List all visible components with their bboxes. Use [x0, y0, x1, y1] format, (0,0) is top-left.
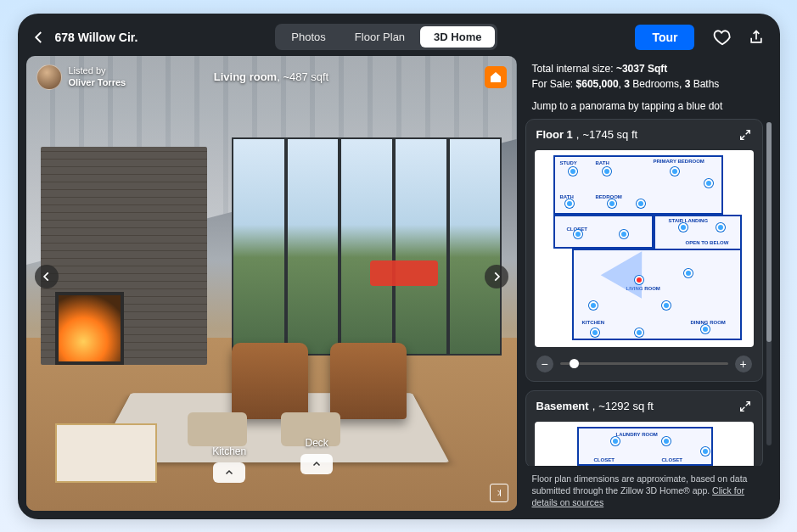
pano-dot[interactable] — [671, 167, 679, 176]
pano-dot[interactable] — [701, 447, 710, 456]
back-button[interactable] — [31, 30, 47, 45]
listed-by-label: Listed by — [69, 65, 126, 76]
scrollbar-track[interactable] — [766, 122, 772, 445]
pano-dot[interactable] — [589, 301, 598, 310]
pano-dot[interactable] — [662, 437, 671, 445]
room-label: KITCHEN — [582, 320, 605, 326]
scrollbar-thumb[interactable] — [766, 122, 772, 342]
room-label: BATH — [596, 160, 609, 166]
zoom-in-button[interactable]: + — [735, 356, 752, 372]
tab-floor-plan[interactable]: Floor Plan — [341, 26, 418, 48]
pano-dot[interactable] — [620, 230, 628, 238]
room-name: Living room — [214, 70, 277, 83]
collapse-panel-icon[interactable] — [490, 484, 508, 502]
current-room-label: Living room, ~487 sqft — [214, 70, 328, 83]
pano-dot[interactable] — [637, 199, 645, 208]
pano-dot[interactable] — [569, 167, 577, 176]
pano-dot[interactable] — [679, 223, 688, 232]
view-tabs: Photos Floor Plan 3D Home — [275, 24, 497, 50]
pano-dot[interactable] — [704, 179, 713, 188]
room-label: CLOSET — [594, 457, 615, 463]
tab-photos[interactable]: Photos — [278, 26, 339, 48]
room-label: DINING ROOM — [691, 320, 726, 326]
agent-avatar — [36, 64, 62, 90]
floor-list-scroll[interactable]: Floor 1, ~1745 sq ft STUDY BATH PRI — [524, 119, 772, 466]
floorplan-image[interactable]: LAUNDRY ROOM CLOSET CLOSET — [535, 422, 754, 466]
room-label: LAUNDRY ROOM — [616, 432, 658, 438]
room-label: BATH — [560, 194, 574, 200]
room-label: STUDY — [560, 160, 577, 166]
pano-dot[interactable] — [635, 328, 643, 337]
floor-area: ~1745 sq ft — [582, 128, 637, 141]
room-label: BEDROOM — [596, 194, 622, 200]
pano-dot[interactable] — [591, 328, 599, 337]
address-title: 678 Willow Cir. — [55, 31, 138, 44]
main-content: Listed by Oliver Torres Living room, ~48… — [26, 56, 772, 511]
total-size-label: Total internal size: — [532, 63, 616, 75]
floorplan-image[interactable]: STUDY BATH PRIMARY BEDROOM BATH BEDROOM … — [535, 150, 754, 347]
agent-name: Oliver Torres — [69, 77, 126, 88]
tour-button[interactable]: Tour — [635, 25, 694, 50]
hotspot-label: Deck — [306, 437, 328, 449]
floor-card: Floor 1, ~1745 sq ft STUDY BATH PRI — [525, 119, 763, 382]
property-summary: Total internal size: ~3037 Sqft For Sale… — [524, 56, 772, 100]
floor-area: ~1292 sq ft — [598, 400, 654, 412]
room-label: PRIMARY BEDROOM — [654, 159, 704, 165]
pano-dot[interactable] — [716, 223, 725, 232]
expand-icon[interactable] — [738, 400, 752, 413]
hotspot-label: Kitchen — [212, 445, 246, 457]
listing-agent[interactable]: Listed by Oliver Torres — [36, 64, 126, 90]
pano-dot[interactable] — [574, 230, 582, 238]
bed-label: Bedrooms, — [630, 78, 685, 90]
pano-next-button[interactable] — [485, 265, 508, 288]
price-value: $605,000 — [576, 78, 619, 90]
zoom-control: − + — [526, 356, 762, 381]
pano-dot[interactable] — [603, 167, 611, 176]
top-bar: 678 Willow Cir. Photos Floor Plan 3D Hom… — [26, 22, 772, 56]
total-size-value: ~3037 Sqft — [616, 63, 667, 75]
room-label: OPEN TO BELOW — [686, 240, 729, 246]
pano-dot[interactable] — [662, 301, 671, 310]
floor-card: Basement, ~1292 sq ft LAUNDRY ROOM CLOSE… — [525, 390, 763, 466]
hotspot-deck[interactable]: Deck — [300, 437, 333, 474]
chevron-up-icon — [213, 462, 245, 483]
pano-dot[interactable] — [701, 325, 710, 333]
favorite-heart-icon[interactable] — [713, 28, 732, 47]
zoom-thumb[interactable] — [570, 359, 579, 368]
disclaimer: Floor plan dimensions are approximate, b… — [524, 466, 772, 511]
pano-dot[interactable] — [684, 269, 693, 277]
fireplace-decor — [55, 292, 124, 365]
zillow-badge-icon[interactable] — [485, 66, 507, 88]
room-label: STAIR LANDING — [669, 218, 709, 224]
app-window: 678 Willow Cir. Photos Floor Plan 3D Hom… — [18, 14, 780, 519]
tab-3d-home[interactable]: 3D Home — [420, 26, 495, 48]
pano-prev-button[interactable] — [35, 265, 59, 288]
floor-name: Basement — [536, 400, 589, 412]
share-icon[interactable] — [747, 28, 766, 47]
zoom-slider[interactable] — [560, 362, 728, 365]
bath-label: Baths — [690, 78, 719, 90]
for-sale-label: For Sale: — [532, 78, 576, 90]
room-label: CLOSET — [662, 457, 682, 463]
jump-hint-text: Jump to a panorama by tapping a blue dot — [524, 100, 772, 119]
floorplan-panel: Total internal size: ~3037 Sqft For Sale… — [524, 56, 772, 511]
room-area: ~487 sqft — [283, 70, 328, 83]
bed-count: 3 — [624, 78, 630, 90]
pano-dot[interactable] — [608, 199, 616, 208]
zoom-out-button[interactable]: − — [536, 356, 553, 372]
expand-icon[interactable] — [738, 128, 752, 142]
chevron-up-icon — [300, 454, 333, 474]
pano-dot[interactable] — [611, 437, 620, 445]
viewer-overlay-top: Listed by Oliver Torres Living room, ~48… — [36, 64, 507, 90]
pano-dot-current[interactable] — [635, 276, 643, 284]
hotspot-kitchen[interactable]: Kitchen — [212, 445, 246, 483]
panorama-viewer[interactable]: Listed by Oliver Torres Living room, ~48… — [26, 56, 517, 511]
floor-name: Floor 1 — [536, 128, 573, 141]
pano-dot[interactable] — [565, 199, 574, 208]
